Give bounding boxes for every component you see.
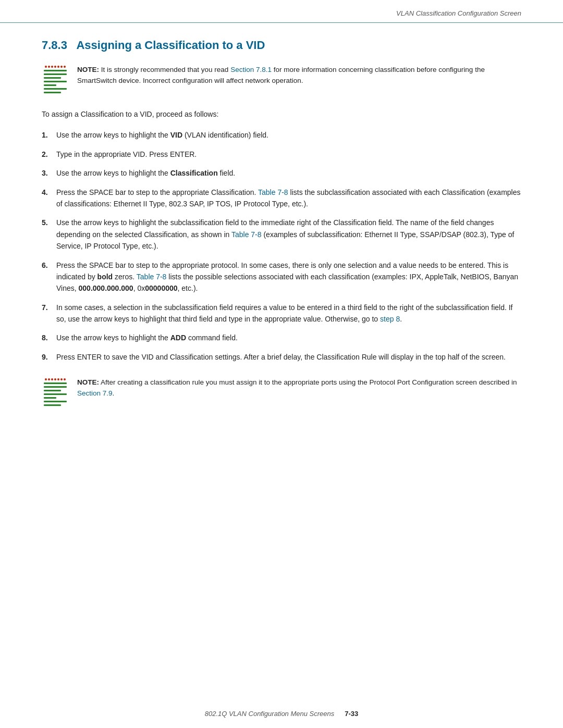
step-7-link[interactable]: step 8 <box>380 315 400 323</box>
step-2-number: 2. <box>42 149 56 160</box>
step-6-content: Press the SPACE bar to step to the appro… <box>56 260 521 294</box>
section-number: 7.8.3 <box>42 39 70 52</box>
step-6-link[interactable]: Table 7-8 <box>137 273 167 281</box>
step-8-number: 8. <box>42 332 56 343</box>
icon-line <box>44 81 67 82</box>
step-8: 8. Use the arrow keys to highlight the A… <box>42 332 521 343</box>
icon-line <box>44 92 61 93</box>
step-7-number: 7. <box>42 302 56 313</box>
step-9-number: 9. <box>42 351 56 363</box>
icon-line <box>44 390 61 391</box>
step-8-content: Use the arrow keys to highlight the ADD … <box>56 332 521 343</box>
step-3-content: Use the arrow keys to highlight the Clas… <box>56 167 521 179</box>
spiral-row-2 <box>45 378 66 380</box>
icon-lines-2 <box>44 382 67 406</box>
header-bar: VLAN Classification Configuration Screen <box>0 0 563 23</box>
page-container: VLAN Classification Configuration Screen… <box>0 0 563 728</box>
step-6-number: 6. <box>42 260 56 271</box>
step-7: 7. In some cases, a selection in the sub… <box>42 302 521 325</box>
spiral-dot <box>60 378 63 380</box>
spiral-dot <box>48 378 50 380</box>
icon-line <box>44 386 67 388</box>
step-1-number: 1. <box>42 129 56 141</box>
step-6-bold: bold <box>97 273 113 281</box>
step-6-bold2: 000.000.000.000 <box>79 284 133 292</box>
spiral-dot <box>51 66 53 68</box>
step-3: 3. Use the arrow keys to highlight the C… <box>42 167 521 179</box>
note2-link[interactable]: Section 7.9 <box>77 389 113 397</box>
icon-line <box>44 77 61 79</box>
step-2: 2. Type in the appropriate VID. Press EN… <box>42 149 521 160</box>
step-4-content: Press the SPACE bar to step to the appro… <box>56 187 521 210</box>
step-8-bold: ADD <box>170 334 186 342</box>
step-4: 4. Press the SPACE bar to step to the ap… <box>42 187 521 210</box>
spiral-dot <box>57 66 59 68</box>
icon-line <box>44 401 67 402</box>
note-icon <box>42 65 69 97</box>
step-3-bold: Classification <box>170 169 218 177</box>
step-7-content: In some cases, a selection in the subcla… <box>56 302 521 325</box>
spiral-dot <box>45 378 47 380</box>
icon-line <box>44 393 67 395</box>
step-5: 5. Use the arrow keys to highlight the s… <box>42 217 521 252</box>
header-title: VLAN Classification Configuration Screen <box>396 9 521 17</box>
content-area: 7.8.3 Assigning a Classification to a VI… <box>0 39 563 452</box>
icon-line <box>44 84 56 86</box>
footer-page: 7-33 <box>345 710 358 718</box>
intro-text: To assign a Classification to a VID, pro… <box>42 108 521 120</box>
step-1-bold: VID <box>170 131 182 139</box>
icon-line <box>44 397 56 399</box>
step-6: 6. Press the SPACE bar to step to the ap… <box>42 260 521 294</box>
spiral-dot <box>48 66 50 68</box>
icon-line <box>44 73 67 75</box>
spiral-dot <box>64 378 66 380</box>
step-6-bold3: 00000000 <box>145 284 177 292</box>
spiral-dot <box>57 378 59 380</box>
step-1: 1. Use the arrow keys to highlight the V… <box>42 129 521 141</box>
note-box-1: NOTE: It is strongly recommended that yo… <box>42 65 521 97</box>
note1-link[interactable]: Section 7.8.1 <box>230 66 272 73</box>
spiral-dot <box>64 66 66 68</box>
step-2-content: Type in the appropriate VID. Press ENTER… <box>56 149 521 160</box>
spiral-row <box>45 66 66 68</box>
step-9: 9. Press ENTER to save the VID and Class… <box>42 351 521 363</box>
spiral-dot <box>45 66 47 68</box>
step-4-link[interactable]: Table 7-8 <box>258 188 288 196</box>
footer-bar: 802.1Q VLAN Configuration Menu Screens 7… <box>0 699 563 728</box>
note-box-2: NOTE: After creating a classification ru… <box>42 377 521 410</box>
note1-label: NOTE: <box>77 66 99 73</box>
icon-line <box>44 382 67 384</box>
step-4-number: 4. <box>42 187 56 198</box>
icon-line <box>44 70 67 71</box>
step-3-number: 3. <box>42 167 56 179</box>
step-5-link[interactable]: Table 7-8 <box>231 230 262 239</box>
steps-list: 1. Use the arrow keys to highlight the V… <box>42 129 521 363</box>
note2-label: NOTE: <box>77 378 99 386</box>
step-5-number: 5. <box>42 217 56 228</box>
step-5-content: Use the arrow keys to highlight the subc… <box>56 217 521 252</box>
icon-line <box>44 404 61 406</box>
note2-text: NOTE: After creating a classification ru… <box>77 377 521 399</box>
step-9-content: Press ENTER to save the VID and Classifi… <box>56 351 521 363</box>
icon-lines <box>44 70 67 93</box>
spiral-dot <box>54 378 56 380</box>
section-heading: 7.8.3 Assigning a Classification to a VI… <box>42 39 521 52</box>
icon-line <box>44 88 67 90</box>
spiral-dot <box>60 66 63 68</box>
step-1-content: Use the arrow keys to highlight the VID … <box>56 129 521 141</box>
note1-text: NOTE: It is strongly recommended that yo… <box>77 65 521 87</box>
spiral-dot <box>51 378 53 380</box>
footer-left-text: 802.1Q VLAN Configuration Menu Screens <box>205 710 335 718</box>
spiral-dot <box>54 66 56 68</box>
note2-icon <box>42 377 69 410</box>
